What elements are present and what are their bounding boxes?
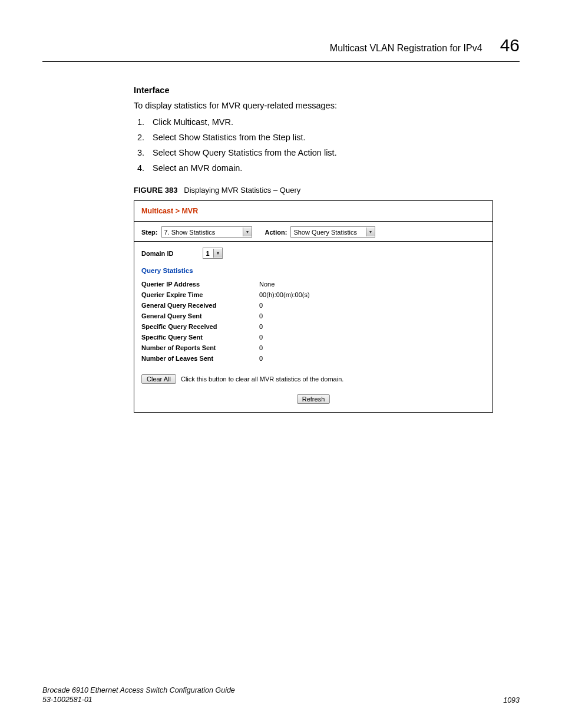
table-row: Querier IP AddressNone xyxy=(141,279,310,289)
stat-value: 0 xyxy=(259,353,310,364)
stat-value: None xyxy=(259,279,310,289)
table-row: Number of Leaves Sent0 xyxy=(141,353,310,364)
stats-section-title: Query Statistics xyxy=(141,267,485,274)
step-label: Step: xyxy=(141,229,158,236)
stat-label: Specific Query Sent xyxy=(141,332,259,342)
table-row: General Query Received0 xyxy=(141,300,310,311)
stat-label: Number of Leaves Sent xyxy=(141,353,259,364)
header-rule xyxy=(42,61,520,62)
page-header: Multicast VLAN Registration for IPv4 46 xyxy=(42,35,520,55)
stat-value: 0 xyxy=(259,311,310,321)
page-number: 1093 xyxy=(503,696,520,704)
header-title: Multicast VLAN Registration for IPv4 xyxy=(330,43,482,54)
stat-label: General Query Sent xyxy=(141,311,259,321)
breadcrumb: Multicast > MVR xyxy=(134,201,492,222)
footer-doc-title: Brocade 6910 Ethernet Access Switch Conf… xyxy=(42,686,235,695)
step-item: Select Show Query Statistics from the Ac… xyxy=(147,148,520,157)
step-item: Select Show Statistics from the Step lis… xyxy=(147,133,520,142)
stats-table: Querier IP AddressNone Querier Expire Ti… xyxy=(141,279,310,364)
step-list: Click Multicast, MVR. Select Show Statis… xyxy=(134,117,520,173)
stat-value: 0 xyxy=(259,332,310,342)
clear-help-text: Click this button to clear all MVR stati… xyxy=(181,375,343,383)
domain-id-label: Domain ID xyxy=(141,250,173,257)
stat-label: Querier IP Address xyxy=(141,279,259,289)
figure-label: FIGURE 383 xyxy=(134,186,177,195)
table-row: Number of Reports Sent0 xyxy=(141,342,310,353)
step-select-value: 7. Show Statistics xyxy=(164,229,216,236)
domain-id-value: 1 xyxy=(206,250,209,257)
domain-id-select[interactable]: 1 ▾ xyxy=(203,248,223,259)
step-item: Select an MVR domain. xyxy=(147,163,520,173)
stat-label: Querier Expire Time xyxy=(141,289,259,300)
refresh-button[interactable]: Refresh xyxy=(297,394,330,404)
action-select-value: Show Query Statistics xyxy=(293,229,357,236)
table-row: Specific Query Sent0 xyxy=(141,332,310,342)
chevron-down-icon: ▾ xyxy=(243,228,252,236)
ui-screenshot: Multicast > MVR Step: 7. Show Statistics… xyxy=(134,200,493,413)
stat-label: Specific Query Received xyxy=(141,321,259,332)
step-item: Click Multicast, MVR. xyxy=(147,117,520,127)
controls-row: Step: 7. Show Statistics ▾ Action: Show … xyxy=(134,222,492,242)
table-row: Querier Expire Time00(h):00(m):00(s) xyxy=(141,289,310,300)
stat-label: General Query Received xyxy=(141,300,259,311)
stat-label: Number of Reports Sent xyxy=(141,342,259,353)
figure-caption: FIGURE 383 Displaying MVR Statistics – Q… xyxy=(134,186,520,195)
action-select[interactable]: Show Query Statistics ▾ xyxy=(290,226,375,238)
stat-value: 0 xyxy=(259,321,310,332)
section-heading: Interface xyxy=(134,85,520,95)
table-row: Specific Query Received0 xyxy=(141,321,310,332)
chevron-down-icon: ▾ xyxy=(213,249,222,258)
stat-value: 00(h):00(m):00(s) xyxy=(259,289,310,300)
chevron-down-icon: ▾ xyxy=(366,228,375,236)
clear-all-button[interactable]: Clear All xyxy=(141,374,176,384)
stat-value: 0 xyxy=(259,342,310,353)
figure-title: Displaying MVR Statistics – Query xyxy=(184,186,300,195)
footer-doc-number: 53-1002581-01 xyxy=(42,695,235,704)
chapter-number: 46 xyxy=(500,35,520,55)
intro-text: To display statistics for MVR query-rela… xyxy=(134,101,520,110)
step-select[interactable]: 7. Show Statistics ▾ xyxy=(161,226,252,238)
page-footer: Brocade 6910 Ethernet Access Switch Conf… xyxy=(42,686,520,705)
table-row: General Query Sent0 xyxy=(141,311,310,321)
action-label: Action: xyxy=(265,229,287,236)
stat-value: 0 xyxy=(259,300,310,311)
